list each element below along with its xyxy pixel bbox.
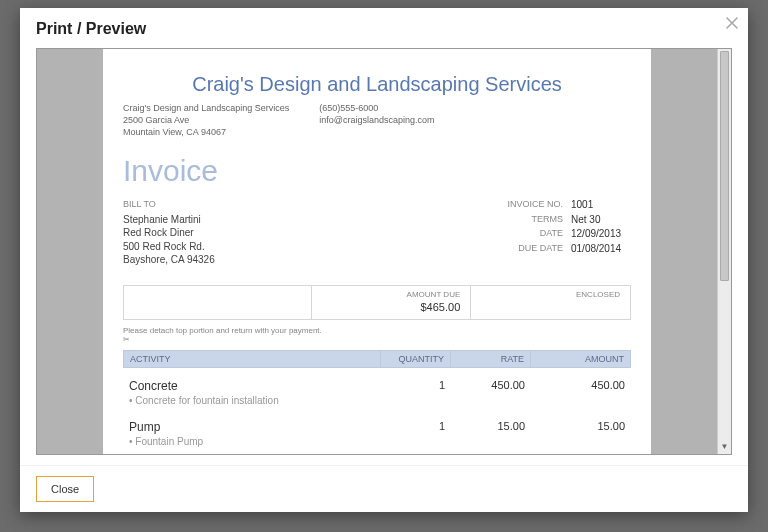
invoice-details-block: INVOICE NO.1001 TERMSNet 30 DATE12/09/20… — [503, 198, 631, 266]
page-gutter-right — [651, 49, 717, 454]
bill-to-label: BILL TO — [123, 198, 215, 210]
due-date-label: DUE DATE — [503, 242, 563, 257]
page-gutter-left — [37, 49, 103, 454]
preview-frame: Craig's Design and Landscaping Services … — [36, 48, 732, 455]
scroll-down-icon[interactable]: ▼ — [718, 442, 731, 454]
company-banner: Craig's Design and Landscaping Services — [123, 73, 631, 96]
item-amount: 15.00 — [531, 417, 631, 450]
item-desc: Fountain Pump — [129, 436, 375, 447]
amount-due-cell: AMOUNT DUE $465.00 — [311, 286, 471, 319]
item-amount: 450.00 — [531, 376, 631, 409]
date-value: 12/09/2013 — [571, 227, 631, 242]
company-address-block: Craig's Design and Landscaping Services … — [123, 102, 289, 138]
invoice-no-label: INVOICE NO. — [503, 198, 563, 213]
amount-due-value: $465.00 — [322, 301, 461, 313]
company-email: info@craigslandscaping.com — [319, 114, 434, 126]
invoice-no-value: 1001 — [571, 198, 631, 213]
col-rate: RATE — [450, 351, 530, 367]
amount-due-label: AMOUNT DUE — [322, 290, 461, 299]
bill-to-block: BILL TO Stephanie Martini Red Rock Diner… — [123, 198, 215, 266]
item-name: Pump — [129, 420, 375, 434]
invoice-page: Craig's Design and Landscaping Services … — [103, 49, 651, 454]
scissor-icon: ✂ — [123, 335, 631, 344]
close-button[interactable]: Close — [36, 476, 94, 502]
bill-to-street: 500 Red Rock Rd. — [123, 240, 215, 254]
line-items-header: ACTIVITY QUANTITY RATE AMOUNT — [123, 350, 631, 368]
col-activity: ACTIVITY — [124, 351, 380, 367]
item-qty: 1 — [381, 376, 451, 409]
item-name: Concrete — [129, 379, 375, 393]
company-phone: (650)555-6000 — [319, 102, 434, 114]
item-desc: Concrete for fountain installation — [129, 395, 375, 406]
preview-scrollbar[interactable]: ▲ ▼ — [717, 49, 731, 454]
line-item: Concrete Concrete for fountain installat… — [123, 368, 631, 409]
company-contact-block: (650)555-6000 info@craigslandscaping.com — [319, 102, 434, 138]
modal-title: Print / Preview — [20, 8, 748, 48]
detach-note: Please detach top portion and return wit… — [123, 326, 631, 335]
bill-to-name: Stephanie Martini — [123, 213, 215, 227]
invoice-meta-row: BILL TO Stephanie Martini Red Rock Diner… — [123, 198, 631, 266]
modal-footer: Close — [20, 465, 748, 512]
amount-summary-strip: AMOUNT DUE $465.00 ENCLOSED — [123, 285, 631, 320]
enclosed-label: ENCLOSED — [481, 290, 620, 299]
line-item: Pump Fountain Pump 1 15.00 15.00 — [123, 409, 631, 450]
close-icon[interactable] — [726, 16, 738, 32]
document-type-title: Invoice — [123, 154, 631, 188]
item-qty: 1 — [381, 417, 451, 450]
item-rate: 450.00 — [451, 376, 531, 409]
terms-value: Net 30 — [571, 213, 631, 228]
company-city: Mountain View, CA 94067 — [123, 126, 289, 138]
company-subheader: Craig's Design and Landscaping Services … — [123, 102, 631, 138]
bill-to-city: Bayshore, CA 94326 — [123, 253, 215, 267]
terms-label: TERMS — [503, 213, 563, 228]
company-street: 2500 Garcia Ave — [123, 114, 289, 126]
date-label: DATE — [503, 227, 563, 242]
print-preview-modal: Print / Preview Craig's Design and Lands… — [20, 8, 748, 512]
company-name: Craig's Design and Landscaping Services — [123, 102, 289, 114]
amount-strip-spacer — [124, 286, 311, 319]
scrollbar-thumb[interactable] — [720, 51, 729, 281]
col-amount: AMOUNT — [530, 351, 630, 367]
due-date-value: 01/08/2014 — [571, 242, 631, 257]
bill-to-company: Red Rock Diner — [123, 226, 215, 240]
enclosed-cell: ENCLOSED — [470, 286, 630, 319]
item-rate: 15.00 — [451, 417, 531, 450]
col-quantity: QUANTITY — [380, 351, 450, 367]
